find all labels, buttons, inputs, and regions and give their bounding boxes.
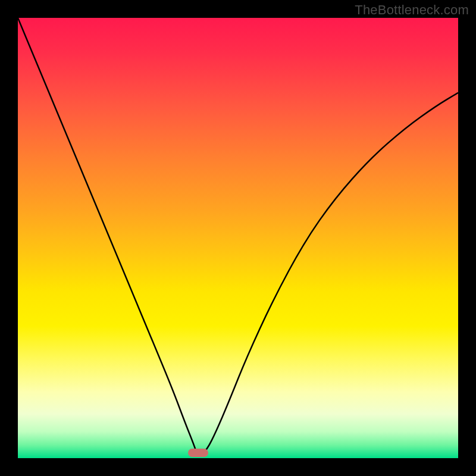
- chart-area: [18, 18, 458, 458]
- bottleneck-curve: [18, 18, 458, 458]
- watermark-text: TheBottleneck.com: [355, 2, 469, 18]
- optimal-marker: [188, 449, 208, 457]
